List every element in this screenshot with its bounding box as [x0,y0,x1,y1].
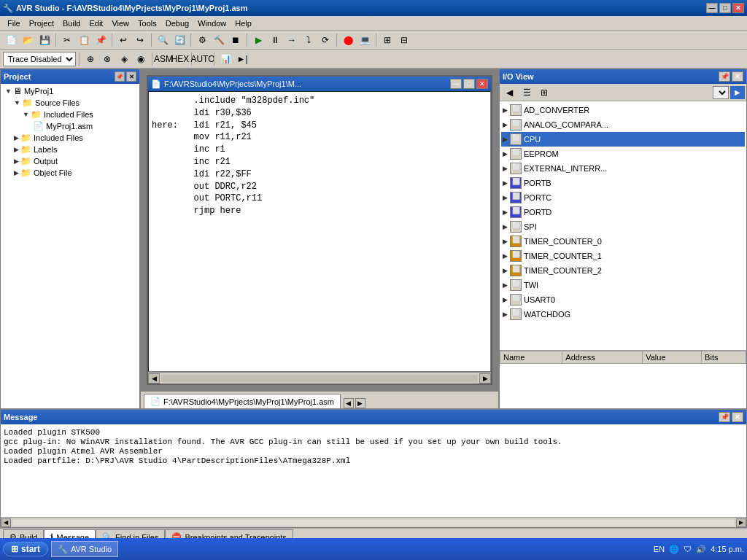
close-button[interactable]: ✕ [732,3,744,13]
code-line-10: rjmp here [152,205,487,217]
pause-btn[interactable]: ⏸ [267,32,283,48]
tab-next-btn[interactable]: ▶ [355,398,365,408]
code-editor-content[interactable]: .include "m328pdef.inc" ldi r30,$36 here… [148,91,491,372]
io-item-watchdog[interactable]: ▶ ⬜ WATCHDOG [501,307,745,322]
panel-pin-btn[interactable]: 📌 [115,71,125,82]
tree-myproj1-asm[interactable]: 📄 MyProj1.asm [2,120,138,132]
io-tree: ▶ ⬜ AD_CONVERTER ▶ ⬜ ANALOG_COMPARA... ▶… [500,101,746,350]
t2-btn3[interactable]: ◈ [116,51,132,67]
undo-btn[interactable]: ↩ [115,32,131,48]
io-item-portb[interactable]: ▶ ⬜ PORTB [501,176,745,190]
t2-btn4[interactable]: ◉ [133,51,149,67]
editor-min-btn[interactable]: — [450,79,462,89]
tree-labels-label: Labels [34,145,57,154]
t2-btn7[interactable]: AUTO [195,51,211,67]
t2-btn5[interactable]: ASM [155,51,171,67]
tree-output[interactable]: ▶ 📁 Output [2,155,138,167]
paste-btn[interactable]: 📌 [93,32,109,48]
reset-btn[interactable]: ⟳ [317,32,333,48]
breakpoint-btn[interactable]: ⬤ [340,32,356,48]
taskbar-avrstudio[interactable]: 🔧 AVR Studio [51,541,118,557]
tree-source-files[interactable]: ▼ 📁 Source Files [2,97,138,109]
msg-close-btn[interactable]: ✕ [732,412,743,422]
tree-root[interactable]: ▼ 🖥 MyProj1 [2,85,138,97]
tree-object-file[interactable]: ▶ 📁 Object File [2,167,138,179]
extra2-btn[interactable]: ⊟ [396,32,412,48]
stop-btn[interactable]: ⏹ [228,32,244,48]
editor-close-btn[interactable]: ✕ [476,79,488,89]
message-hscroll[interactable]: ◀ ▶ [1,517,746,527]
io-item-portd[interactable]: ▶ ⬜ PORTD [501,205,745,219]
io-item-portc[interactable]: ▶ ⬜ PORTC [501,190,745,205]
menu-view[interactable]: View [107,18,133,29]
io-item-ad-converter[interactable]: ▶ ⬜ AD_CONVERTER [501,103,745,117]
t2-btn1[interactable]: ⊕ [82,51,98,67]
io-go-btn[interactable]: ▶ [730,86,745,99]
io-item-timer0[interactable]: ▶ ⬜ TIMER_COUNTER_0 [501,234,745,249]
tree-labels[interactable]: ▶ 📁 Labels [2,144,138,155]
menu-project[interactable]: Project [25,18,58,29]
editor-tab-myproj1[interactable]: 📄 F:\AVRStudio4\MyPrjects\MyProj1\MyProj… [144,394,341,408]
rebuild-btn[interactable]: 🔨 [211,32,227,48]
step-btn[interactable]: → [284,32,300,48]
menu-help[interactable]: Help [231,18,256,29]
trace-combo[interactable]: Trace Disabled [3,52,76,66]
hscroll-track[interactable] [161,375,478,382]
new-btn[interactable]: 📄 [3,32,19,48]
t2-btn9[interactable]: ►| [234,51,250,67]
io-item-external-interr[interactable]: ▶ ⬜ EXTERNAL_INTERR... [501,161,745,176]
hscroll-left-btn[interactable]: ◀ [148,373,160,384]
project-panel-title: Project [4,72,31,81]
extra1-btn[interactable]: ⊞ [379,32,395,48]
io-item-timer1[interactable]: ▶ ⬜ TIMER_COUNTER_1 [501,249,745,263]
replace-btn[interactable]: 🔄 [171,32,187,48]
io-icon-usart0: ⬜ [510,294,522,306]
io-item-timer2[interactable]: ▶ ⬜ TIMER_COUNTER_2 [501,263,745,278]
menu-file[interactable]: File [3,18,25,29]
find-btn[interactable]: 🔍 [155,32,171,48]
copy-btn[interactable]: 📋 [76,32,92,48]
open-btn[interactable]: 📂 [20,32,36,48]
menu-window[interactable]: Window [193,18,231,29]
chip-btn[interactable]: 💻 [357,32,373,48]
io-detail-btn[interactable]: ⊞ [536,85,552,101]
tab-prev-btn[interactable]: ◀ [344,398,354,408]
io-close-btn[interactable]: ✕ [732,71,743,82]
msg-hscroll-left[interactable]: ◀ [1,518,11,527]
io-item-eeprom[interactable]: ▶ ⬜ EEPROM [501,147,745,161]
t2-btn2[interactable]: ⊗ [99,51,115,67]
io-select[interactable] [713,86,729,99]
hscroll-right-btn[interactable]: ▶ [479,373,491,384]
io-back-btn[interactable]: ◀ [501,85,517,101]
run-btn[interactable]: ▶ [250,32,266,48]
step-over-btn[interactable]: ⤵ [301,32,317,48]
t2-btn6[interactable]: HEX [172,51,188,67]
panel-close-btn[interactable]: ✕ [126,71,136,82]
save-btn[interactable]: 💾 [36,32,53,48]
editor-max-btn[interactable]: □ [463,79,475,89]
msg-pin-btn[interactable]: 📌 [719,412,730,422]
tree-included-files-sub[interactable]: ▼ 📁 Included Files [2,109,138,120]
menu-debug[interactable]: Debug [161,18,193,29]
io-pin-btn[interactable]: 📌 [719,71,730,82]
io-item-cpu[interactable]: ▶ ⬜ CPU [501,132,745,147]
minimize-button[interactable]: — [706,3,718,13]
io-item-spi[interactable]: ▶ ⬜ SPI [501,219,745,234]
menu-edit[interactable]: Edit [85,18,107,29]
io-list-btn[interactable]: ☰ [519,85,535,101]
menu-build[interactable]: Build [58,18,85,29]
io-item-twi[interactable]: ▶ ⬜ TWI [501,278,745,292]
tree-included-files[interactable]: ▶ 📁 Included Files [2,132,138,144]
io-item-usart0[interactable]: ▶ ⬜ USART0 [501,292,745,307]
menu-tools[interactable]: Tools [133,18,161,29]
msg-hscroll-right[interactable]: ▶ [736,518,746,527]
cut-btn[interactable]: ✂ [59,32,75,48]
io-item-analog-compara[interactable]: ▶ ⬜ ANALOG_COMPARA... [501,117,745,132]
redo-btn[interactable]: ↪ [132,32,148,48]
start-button[interactable]: ⊞ start [3,542,48,556]
editor-hscroll[interactable]: ◀ ▶ [148,372,491,384]
maximize-button[interactable]: □ [719,3,731,13]
build-btn[interactable]: ⚙ [194,32,210,48]
t2-btn8[interactable]: 📊 [217,51,233,67]
msg-hscroll-track[interactable] [12,520,735,526]
